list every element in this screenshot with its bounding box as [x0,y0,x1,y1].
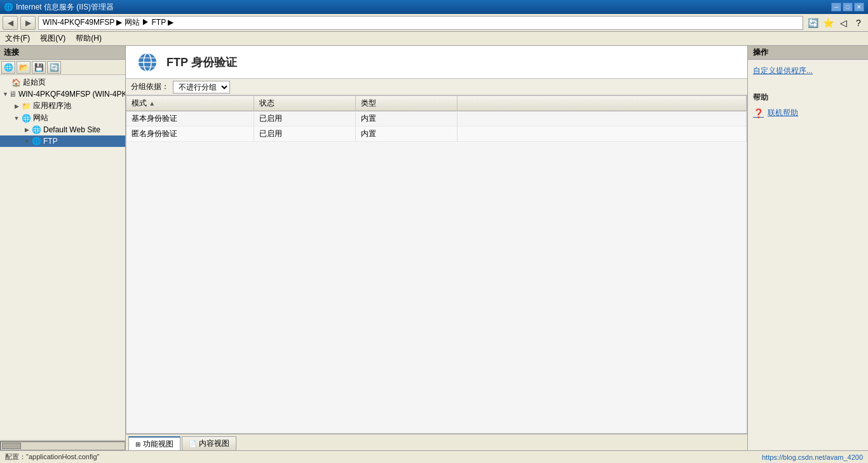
cell-extra-2 [457,127,747,142]
close-button[interactable]: ✕ [854,3,864,11]
toolbar-btn-refresh[interactable]: 🔄 [47,61,61,74]
page-title: FTP 身份验证 [166,55,237,70]
feature-view-icon: ⊞ [135,441,140,448]
status-bar: 配置："applicationHost.config" https://blog… [0,450,868,463]
action-label-custom: 自定义提供程序... [753,66,813,76]
cell-status-1: 已启用 [254,111,355,127]
sidebar-toolbar: 🌐 📂 💾 🔄 [0,60,125,75]
right-panel: 操作 自定义提供程序... 帮助 ❓ 联机帮助 [747,46,868,450]
tree-item-sites[interactable]: ▼ 🌐 网站 [0,112,125,124]
tree-label-ftp: FTP [43,137,58,146]
startpage-icon: 🏠 [11,78,21,88]
col-header-empty [457,96,747,111]
tree-item-defaultwebsite[interactable]: ▶ 🌐 Default Web Site [0,124,125,135]
cell-status-2: 已启用 [254,127,355,142]
tree-label-server: WIN-4PKQF49MFSP (WIN-4PKQF [18,90,125,99]
bottom-tabs: ⊞ 功能视图 📄 内容视图 [126,434,747,450]
tab-feature-view[interactable]: ⊞ 功能视图 [128,436,180,450]
groupby-label: 分组依据： [131,81,169,92]
window-controls: ─ □ ✕ [831,3,864,11]
tab-feature-view-label: 功能视图 [143,439,173,450]
help-icon-circle: ❓ [753,108,764,118]
action-custom-provider[interactable]: 自定义提供程序... [753,65,863,77]
address-bar: ◀ ▶ WIN-4PKQF49MFSP ▶ 网站 ▶ FTP ▶ 🔄 ⭐ ◁ ? [0,14,868,32]
back-button[interactable]: ◀ [3,16,18,30]
col-header-mode[interactable]: 模式 ▲ [126,96,254,111]
expander-apppools[interactable]: ▶ [13,102,20,110]
tree-label-sites: 网站 [33,113,48,123]
expander-sites[interactable]: ▼ [13,114,20,122]
tree-item-apppools[interactable]: ▶ 📁 应用程序池 [0,100,125,112]
action-label-help: 联机帮助 [768,107,798,118]
server-icon: 🖥 [9,89,17,99]
tab-content-view[interactable]: 📄 内容视图 [182,436,236,450]
apppools-icon: 📁 [21,101,31,111]
address-box[interactable]: WIN-4PKQF49MFSP ▶ 网站 ▶ FTP ▶ [38,16,803,30]
address-path: WIN-4PKQF49MFSP ▶ 网站 ▶ FTP ▶ [43,17,173,28]
favorites-icon[interactable]: ⭐ [821,16,835,30]
sidebar-hscroll[interactable] [0,440,125,450]
right-panel-header: 操作 [748,46,868,60]
refresh-icon[interactable]: 🔄 [806,16,820,30]
groupby-bar: 分组依据： 不进行分组 状态 类型 [126,79,747,95]
expander-empty [3,79,10,86]
help-group-label: 帮助 [753,93,768,102]
page-icon [136,51,159,74]
sort-arrow-mode: ▲ [149,100,155,107]
right-panel-content: 自定义提供程序... 帮助 ❓ 联机帮助 [748,60,868,124]
tree-item-startpage[interactable]: 🏠 起始页 [0,76,125,88]
toolbar-btn-globe[interactable]: 🌐 [1,61,15,74]
status-right: https://blog.csdn.net/avam_4200 [762,453,863,461]
right-panel-title: 操作 [753,47,768,58]
table-row[interactable]: 匿名身份验证 已启用 内置 [126,127,747,142]
content-view-icon: 📄 [189,440,196,447]
expander-defaultwebsite[interactable]: ▶ [23,126,31,134]
app-title: Internet 信息服务 (IIS)管理器 [16,2,114,13]
back-alt-icon[interactable]: ◁ [836,16,850,30]
expander-ftp[interactable]: ▼ [23,137,31,145]
toolbar-btn-new[interactable]: 📂 [17,61,31,74]
status-left: 配置："applicationHost.config" [5,452,99,462]
tree-label-startpage: 起始页 [23,77,46,88]
sidebar-tree: 🏠 起始页 ▼ 🖥 WIN-4PKQF49MFSP (WIN-4PKQF ▶ 📁… [0,75,125,440]
content-area: FTP 身份验证 分组依据： 不进行分组 状态 类型 模式 ▲ 状态 [126,46,747,450]
table-header-row: 模式 ▲ 状态 类型 [126,96,747,111]
sites-icon: 🌐 [21,113,31,123]
address-action-icons: 🔄 ⭐ ◁ ? [806,16,865,30]
title-bar: 🌐 Internet 信息服务 (IIS)管理器 ─ □ ✕ [0,0,868,14]
cell-type-1: 内置 [355,111,457,127]
action-group-help: 帮助 [753,92,863,103]
cell-type-2: 内置 [355,127,457,142]
menu-bar: 文件(F) 视图(V) 帮助(H) [0,32,868,46]
menu-view[interactable]: 视图(V) [40,33,65,44]
table-row[interactable]: 基本身份验证 已启用 内置 [126,111,747,127]
sidebar: 连接 🌐 📂 💾 🔄 🏠 起始页 ▼ 🖥 WIN-4PKQF49MFSP (WI… [0,46,126,450]
sidebar-header: 连接 [0,46,125,60]
content-header: FTP 身份验证 [126,46,747,79]
defaultwebsite-icon: 🌐 [31,125,41,135]
cell-extra-1 [457,111,747,127]
minimize-button[interactable]: ─ [831,3,841,11]
groupby-select[interactable]: 不进行分组 状态 类型 [173,81,230,93]
toolbar-btn-save[interactable]: 💾 [32,61,46,74]
forward-button[interactable]: ▶ [20,16,36,30]
restore-button[interactable]: □ [843,3,853,11]
col-header-status[interactable]: 状态 [254,96,355,111]
expander-server[interactable]: ▼ [3,90,8,98]
tab-content-view-label: 内容视图 [199,438,229,449]
col-header-type[interactable]: 类型 [355,96,457,111]
help-icon[interactable]: ? [851,16,865,30]
app-icon: 🌐 [4,3,13,11]
tree-item-server[interactable]: ▼ 🖥 WIN-4PKQF49MFSP (WIN-4PKQF [0,88,125,100]
tree-label-apppools: 应用程序池 [33,100,71,111]
menu-file[interactable]: 文件(F) [5,33,30,44]
cell-mode-1: 基本身份验证 [126,111,254,127]
ftp-auth-icon [137,52,158,73]
tree-item-ftp[interactable]: ▼ 🌐 FTP [0,135,125,147]
ftp-icon: 🌐 [31,136,41,146]
auth-table-container: 模式 ▲ 状态 类型 基本身份验证 已启用 内置 匿名 [126,95,747,434]
main-layout: 连接 🌐 📂 💾 🔄 🏠 起始页 ▼ 🖥 WIN-4PKQF49MFSP (WI… [0,46,868,450]
tree-label-defaultwebsite: Default Web Site [43,125,100,134]
action-online-help[interactable]: ❓ 联机帮助 [753,107,863,119]
menu-help[interactable]: 帮助(H) [76,33,102,44]
